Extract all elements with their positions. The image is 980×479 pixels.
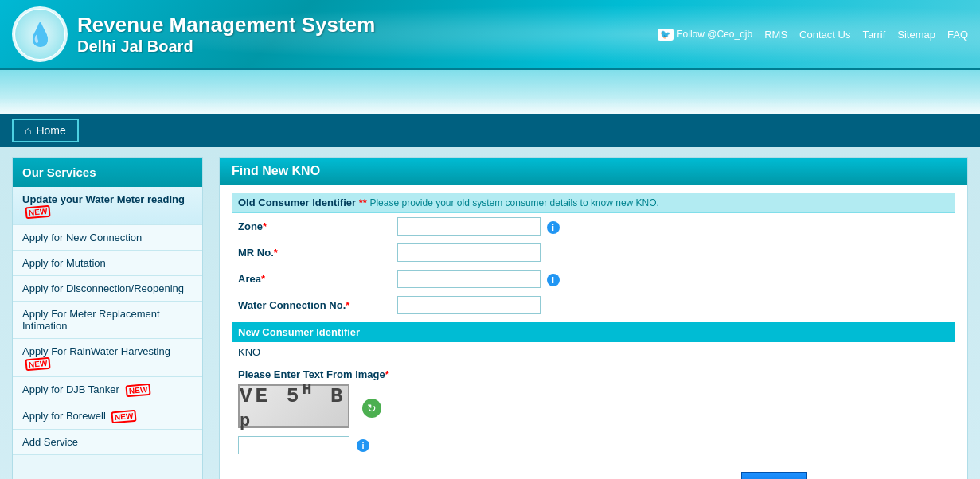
new-badge-water-meter: NEW	[25, 205, 51, 220]
nav-rms[interactable]: RMS	[764, 29, 787, 41]
twitter-handle: Follow @Ceo_djb	[677, 29, 752, 40]
captcha-image: VE 5H B p	[238, 384, 349, 428]
search-button[interactable]: Search	[741, 472, 807, 479]
sidebar-item-mutation[interactable]: Apply for Mutation	[13, 251, 202, 276]
sidebar-item-disconnection[interactable]: Apply for Disconnection/Reopening	[13, 276, 202, 302]
old-consumer-note: Please provide your old system consumer …	[369, 197, 659, 208]
req-star: **	[359, 197, 367, 208]
new-badge-tanker: NEW	[125, 384, 151, 398]
sidebar-item-add-service[interactable]: Add Service	[13, 430, 202, 455]
sidebar-item-tanker-label: Apply for DJB Tanker	[22, 384, 119, 395]
sidebar-item-new-connection[interactable]: Apply for New Connection	[13, 225, 202, 251]
refresh-captcha-icon[interactable]: ↻	[362, 399, 381, 418]
sidebar-item-rainwater[interactable]: Apply For RainWater Harvesting NEW	[13, 339, 202, 377]
new-badge-rainwater: NEW	[25, 357, 51, 372]
captcha-input[interactable]	[238, 436, 349, 454]
sidebar-item-replacement-label: Apply For Meter Replacement Intimation	[22, 308, 160, 332]
header-nav: 🐦 Follow @Ceo_djb RMS Contact Us Tarrif …	[658, 29, 968, 41]
home-icon: ⌂	[25, 124, 31, 137]
sidebar-title: Our Services	[13, 158, 202, 187]
zone-input[interactable]	[397, 217, 541, 236]
navbar: ⌂ Home	[0, 114, 980, 147]
captcha-input-row: i	[238, 436, 949, 454]
new-badge-borewell: NEW	[111, 410, 138, 424]
site-title: Revenue Management System	[77, 13, 375, 37]
captcha-section: Please Enter Text From Image* VE 5H B p …	[232, 362, 955, 454]
form-card-body: Old Consumer Identifier ** Please provid…	[220, 185, 967, 479]
nav-contact[interactable]: Contact Us	[799, 29, 850, 41]
main-panel: Find New KNO Old Consumer Identifier ** …	[219, 157, 968, 479]
nav-sitemap[interactable]: Sitemap	[897, 29, 935, 41]
subheader-decoration	[0, 70, 980, 114]
sidebar-item-water-meter-label: Update your Water Meter reading	[22, 193, 185, 205]
home-button[interactable]: ⌂ Home	[12, 119, 79, 142]
home-label: Home	[36, 124, 65, 137]
twitter-follow[interactable]: 🐦 Follow @Ceo_djb	[658, 29, 752, 41]
old-consumer-label: Old Consumer Identifier	[238, 197, 356, 208]
sidebar-item-borewell[interactable]: Apply for Borewell NEW	[13, 403, 202, 430]
form-card-header: Find New KNO	[220, 158, 967, 185]
kno-row: KNO	[232, 342, 955, 362]
water-conn-row: Water Connection No.*	[232, 292, 955, 318]
sidebar-item-mutation-label: Apply for Mutation	[22, 257, 106, 269]
header: 💧 Revenue Management System Delhi Jal Bo…	[0, 0, 980, 70]
sidebar-item-new-connection-label: Apply for New Connection	[22, 232, 142, 243]
header-title: Revenue Management System Delhi Jal Boar…	[77, 13, 375, 56]
sidebar-item-tanker[interactable]: Apply for DJB Tanker NEW	[13, 377, 202, 403]
sidebar-item-borewell-label: Apply for Borewell	[22, 410, 106, 422]
nav-tarrif[interactable]: Tarrif	[862, 29, 885, 41]
nav-faq[interactable]: FAQ	[947, 29, 968, 41]
old-consumer-section-header: Old Consumer Identifier ** Please provid…	[232, 193, 955, 213]
mr-no-row: MR No.*	[232, 240, 955, 266]
logo-icon: 💧	[26, 21, 54, 48]
sidebar: Our Services Update your Water Meter rea…	[12, 157, 203, 479]
captcha-text: VE 5H B p	[240, 380, 348, 432]
sidebar-item-disconnection-label: Apply for Disconnection/Reopening	[22, 282, 184, 294]
area-input[interactable]	[397, 270, 541, 288]
zone-label: Zone*	[232, 213, 391, 240]
site-subtitle: Delhi Jal Board	[77, 37, 375, 56]
form-table: Zone* i MR No.* Area*	[232, 213, 955, 318]
sidebar-item-rainwater-label: Apply For RainWater Harvesting	[22, 345, 170, 357]
kno-label: KNO	[238, 346, 260, 358]
new-consumer-section-header: New Consumer Identifier	[232, 322, 955, 342]
header-left: 💧 Revenue Management System Delhi Jal Bo…	[12, 6, 375, 62]
mr-no-label: MR No.*	[232, 240, 391, 266]
logo: 💧	[12, 6, 68, 62]
captcha-info-icon[interactable]: i	[357, 439, 369, 452]
twitter-icon: 🐦	[658, 29, 674, 41]
area-label: Area*	[232, 266, 391, 292]
area-info-icon[interactable]: i	[547, 274, 560, 286]
water-conn-label: Water Connection No.*	[232, 292, 391, 318]
water-conn-input[interactable]	[397, 296, 541, 314]
zone-info-icon[interactable]: i	[547, 221, 560, 234]
main-content: Our Services Update your Water Meter rea…	[0, 147, 980, 479]
sidebar-item-replacement[interactable]: Apply For Meter Replacement Intimation	[13, 302, 202, 339]
area-row: Area* i	[232, 266, 955, 292]
zone-row: Zone* i	[232, 213, 955, 240]
mr-no-input[interactable]	[397, 243, 541, 262]
captcha-label: Please Enter Text From Image*	[238, 368, 949, 380]
form-card: Find New KNO Old Consumer Identifier ** …	[219, 157, 968, 479]
sidebar-item-add-service-label: Add Service	[22, 436, 78, 448]
sidebar-item-water-meter[interactable]: Update your Water Meter reading NEW	[13, 187, 202, 225]
